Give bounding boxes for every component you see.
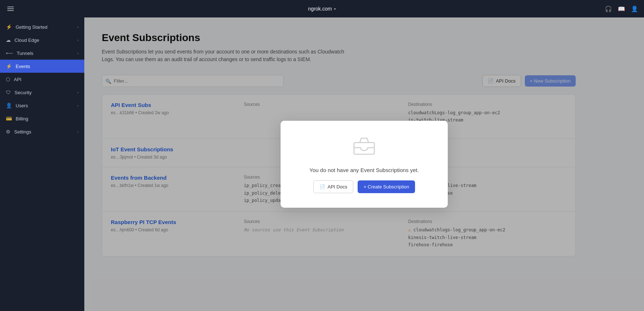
sidebar-chevron-users: ›: [77, 104, 79, 108]
main-content-area: Event Subscriptions Event Subscriptions …: [84, 17, 644, 311]
sidebar-chevron-tunnels: ›: [77, 51, 79, 55]
modal-doc-icon: 📄: [319, 184, 325, 190]
headset-icon[interactable]: 🎧: [605, 5, 612, 12]
sidebar-item-settings[interactable]: ⚙ Settings ›: [0, 125, 84, 138]
sidebar-icon-users: 👤: [6, 103, 12, 108]
menu-toggle-button[interactable]: [6, 5, 15, 12]
sidebar-icon-security: 🛡: [6, 89, 11, 95]
sidebar-item-left: 💳 Billing: [6, 116, 28, 121]
sidebar-icon-cloud-edge: ☁: [6, 37, 11, 43]
sidebar-label-users: Users: [16, 103, 28, 108]
modal-create-label: + Create Subscription: [363, 184, 409, 190]
sidebar-item-left: ⬡ API: [6, 76, 21, 82]
sidebar-item-left: 🛡 Security: [6, 89, 32, 95]
sidebar-label-getting-started: Getting Started: [16, 24, 47, 30]
sidebar-icon-billing: 💳: [6, 116, 12, 121]
sidebar-item-left: ⚙ Settings: [6, 129, 31, 135]
sidebar-icon-settings: ⚙: [6, 129, 11, 135]
sidebar-item-tunnels[interactable]: ⟵ Tunnels ›: [0, 47, 84, 60]
sidebar-chevron-settings: ›: [77, 130, 79, 134]
modal: You do not have any Event Subscriptions …: [281, 121, 448, 208]
sidebar-item-security[interactable]: 🛡 Security ›: [0, 86, 84, 99]
sidebar-item-left: ⟵ Tunnels: [6, 50, 33, 56]
sidebar-item-events[interactable]: ⚡ Events: [0, 60, 84, 73]
sidebar-label-billing: Billing: [16, 116, 28, 121]
sidebar-item-left: ⚡ Getting Started: [6, 24, 47, 30]
sidebar-chevron-cloud-edge: ›: [77, 38, 79, 42]
modal-api-docs-label: API Docs: [327, 184, 347, 190]
user-icon[interactable]: 👤: [631, 5, 638, 12]
sidebar-item-left: 👤 Users: [6, 103, 28, 108]
topbar-left: [6, 5, 15, 12]
book-icon[interactable]: 📖: [618, 5, 625, 12]
sidebar-icon-getting-started: ⚡: [6, 24, 12, 30]
brand-name: ngrok.com: [308, 6, 332, 12]
svg-rect-0: [354, 143, 374, 154]
layout: ⚡ Getting Started › ☁ Cloud Edge › ⟵ Tun…: [0, 17, 644, 311]
topbar: ngrok.com ▾ 🎧 📖 👤: [0, 0, 644, 17]
sidebar-chevron-security: ›: [77, 91, 79, 95]
sidebar-item-billing[interactable]: 💳 Billing: [0, 112, 84, 125]
modal-overlay: You do not have any Event Subscriptions …: [84, 17, 644, 311]
sidebar-item-left: ☁ Cloud Edge: [6, 37, 39, 43]
sidebar-chevron-getting-started: ›: [77, 25, 79, 29]
sidebar-icon-events: ⚡: [6, 63, 12, 69]
sidebar-item-api[interactable]: ⬡ API: [0, 73, 84, 86]
modal-text: You do not have any Event Subscriptions …: [309, 167, 419, 173]
sidebar-label-events: Events: [16, 64, 30, 69]
modal-create-button[interactable]: + Create Subscription: [358, 180, 415, 193]
brand-area: ngrok.com ▾: [308, 6, 336, 12]
sidebar-label-security: Security: [15, 90, 32, 95]
empty-inbox-icon: [353, 135, 376, 160]
sidebar-item-users[interactable]: 👤 Users ›: [0, 99, 84, 112]
modal-api-docs-button[interactable]: 📄 API Docs: [313, 180, 353, 193]
sidebar-item-left: ⚡ Events: [6, 63, 30, 69]
sidebar-label-tunnels: Tunnels: [17, 51, 33, 56]
sidebar-icon-api: ⬡: [6, 76, 10, 82]
sidebar-label-api: API: [14, 77, 21, 82]
sidebar-label-settings: Settings: [14, 129, 31, 135]
topbar-right: 🎧 📖 👤: [605, 5, 638, 12]
sidebar-item-getting-started[interactable]: ⚡ Getting Started ›: [0, 20, 84, 33]
modal-actions: 📄 API Docs + Create Subscription: [313, 180, 415, 193]
sidebar-label-cloud-edge: Cloud Edge: [15, 37, 39, 43]
brand-chevron: ▾: [334, 7, 336, 11]
sidebar: ⚡ Getting Started › ☁ Cloud Edge › ⟵ Tun…: [0, 17, 84, 311]
sidebar-icon-tunnels: ⟵: [6, 50, 13, 56]
sidebar-item-cloud-edge[interactable]: ☁ Cloud Edge ›: [0, 33, 84, 47]
